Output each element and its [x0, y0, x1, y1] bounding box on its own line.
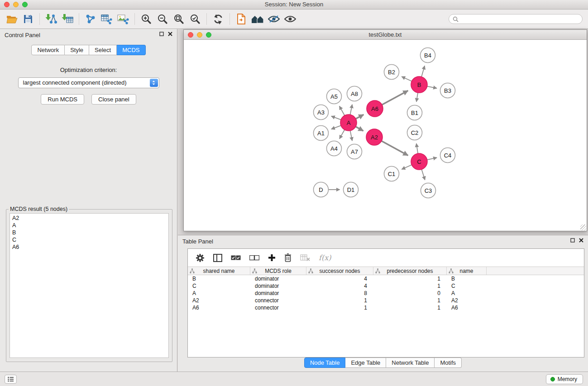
graph-node-C2[interactable]: C2: [407, 125, 422, 140]
column-header-predecessor-nodes[interactable]: predecessor nodes: [373, 267, 447, 275]
open-session-button[interactable]: [4, 11, 20, 27]
float-table-panel-icon[interactable]: [570, 238, 575, 243]
column-header-successor-nodes[interactable]: successor nodes: [306, 267, 373, 275]
graph-node-D1[interactable]: D1: [344, 182, 359, 197]
column-header-MCDS-role[interactable]: MCDS role: [250, 267, 306, 275]
tab-motifs[interactable]: Motifs: [435, 357, 462, 368]
zoom-fit-button[interactable]: [171, 11, 187, 27]
close-panel-icon[interactable]: [168, 32, 172, 36]
network-canvas[interactable]: B4B2BB3A5A8A6A3B1AA1A2C2A4A7C4CC1C3DD1: [184, 40, 587, 231]
graph-node-B4[interactable]: B4: [421, 48, 435, 63]
new-network-button[interactable]: [82, 11, 99, 27]
tab-style[interactable]: Style: [65, 45, 89, 55]
tab-node-table[interactable]: Node Table: [304, 357, 346, 368]
edge-A-A8[interactable]: [350, 105, 353, 114]
list-item[interactable]: C: [12, 236, 166, 243]
graph-node-D[interactable]: D: [314, 182, 329, 197]
select-all-button[interactable]: [231, 255, 241, 261]
graph-node-C4[interactable]: C4: [440, 148, 455, 163]
network-window-titlebar[interactable]: testGlobe.txt: [184, 30, 587, 40]
zoom-in-button[interactable]: [138, 11, 154, 27]
float-panel-icon[interactable]: [159, 32, 164, 36]
home-button[interactable]: [249, 11, 266, 27]
minimize-window-button[interactable]: [13, 2, 19, 7]
edge-B-B2[interactable]: [402, 76, 411, 81]
list-item[interactable]: B: [12, 229, 166, 236]
import-table-file-button[interactable]: [59, 11, 76, 27]
close-window-button[interactable]: [4, 2, 10, 7]
edge-A-A3[interactable]: [331, 116, 341, 120]
zoom-network-window-button[interactable]: [206, 32, 211, 38]
delete-table-button[interactable]: [300, 254, 310, 262]
edge-A-A2[interactable]: [356, 127, 363, 131]
table-row[interactable]: Cdominator41C: [188, 282, 584, 290]
edge-C-C3[interactable]: [421, 169, 425, 180]
annotation-toggle-button[interactable]: [266, 11, 282, 27]
tab-network[interactable]: Network: [31, 45, 65, 55]
graph-node-A[interactable]: A: [340, 114, 357, 131]
network-from-table-button[interactable]: [99, 11, 115, 27]
column-header-shared-name[interactable]: shared name: [188, 267, 250, 275]
edge-A-A4[interactable]: [339, 130, 344, 139]
edge-B-B1[interactable]: [416, 93, 418, 102]
function-builder-button[interactable]: f(x): [319, 253, 331, 262]
table-settings-button[interactable]: [196, 253, 205, 262]
graph-node-B[interactable]: B: [411, 76, 427, 93]
graph-node-A2[interactable]: A2: [366, 129, 382, 145]
zoom-out-button[interactable]: [154, 11, 171, 27]
graph-node-B1[interactable]: B1: [407, 105, 422, 120]
edge-A6-B[interactable]: [382, 91, 408, 105]
tab-network-table[interactable]: Network Table: [386, 357, 435, 368]
mcds-result-list[interactable]: A2ABCA6: [10, 213, 169, 358]
zoom-selected-button[interactable]: [187, 11, 203, 27]
task-history-button[interactable]: [5, 375, 17, 384]
graph-node-A6[interactable]: A6: [367, 100, 383, 117]
graph-node-A7[interactable]: A7: [347, 144, 362, 159]
close-network-window-button[interactable]: [188, 32, 193, 38]
resize-grip[interactable]: [580, 224, 586, 230]
edge-A-A7[interactable]: [350, 131, 353, 141]
refresh-layout-button[interactable]: [210, 11, 226, 27]
edge-B-B4[interactable]: [421, 66, 425, 77]
graph-node-B2[interactable]: B2: [384, 65, 399, 80]
edge-C-C1[interactable]: [402, 165, 411, 169]
edge-A2-C[interactable]: [382, 141, 408, 156]
tab-edge-table[interactable]: Edge Table: [345, 357, 386, 368]
graph-node-A5[interactable]: A5: [327, 89, 342, 104]
graph-node-A8[interactable]: A8: [347, 86, 362, 101]
graph-node-A1[interactable]: A1: [314, 126, 329, 141]
graph-node-C[interactable]: C: [411, 153, 427, 170]
close-panel-button[interactable]: Close panel: [91, 94, 136, 105]
show-graphics-button[interactable]: [282, 11, 298, 27]
search-input[interactable]: [461, 16, 578, 22]
graph-node-C1[interactable]: C1: [384, 167, 399, 181]
table-row[interactable]: A6connector11A6: [188, 304, 584, 311]
list-item[interactable]: A2: [12, 214, 166, 222]
list-item[interactable]: A6: [12, 243, 166, 251]
close-table-panel-icon[interactable]: [579, 238, 583, 243]
memory-button[interactable]: Memory: [546, 374, 583, 384]
list-item[interactable]: A: [12, 222, 166, 229]
optimization-criterion-select[interactable]: largest connected component (directed): [18, 77, 159, 88]
table-row[interactable]: A2connector11A2: [188, 297, 584, 304]
edge-A-A5[interactable]: [339, 106, 345, 116]
deselect-all-button[interactable]: [249, 255, 259, 261]
save-session-button[interactable]: [20, 11, 36, 27]
zoom-window-button[interactable]: [22, 2, 28, 7]
add-column-button[interactable]: [268, 254, 276, 262]
delete-column-button[interactable]: [284, 253, 292, 262]
network-image-button[interactable]: [115, 11, 131, 27]
table-row[interactable]: Bdominator41B: [188, 275, 584, 282]
graph-node-B3[interactable]: B3: [440, 83, 455, 98]
edge-B-B3[interactable]: [427, 86, 437, 88]
tab-mcds[interactable]: MCDS: [117, 45, 145, 55]
search-field[interactable]: [449, 14, 583, 24]
import-network-file-button[interactable]: [43, 11, 59, 27]
network-graph[interactable]: B4B2BB3A5A8A6A3B1AA1A2C2A4A7C4CC1C3DD1: [184, 40, 586, 231]
column-header-name[interactable]: name: [447, 267, 487, 275]
edge-A-A1[interactable]: [331, 125, 341, 129]
run-mcds-button[interactable]: Run MCDS: [41, 94, 84, 105]
table-row[interactable]: Adominator80A: [188, 290, 584, 297]
graph-node-C3[interactable]: C3: [421, 183, 436, 198]
show-column-panel-button[interactable]: [213, 254, 222, 262]
